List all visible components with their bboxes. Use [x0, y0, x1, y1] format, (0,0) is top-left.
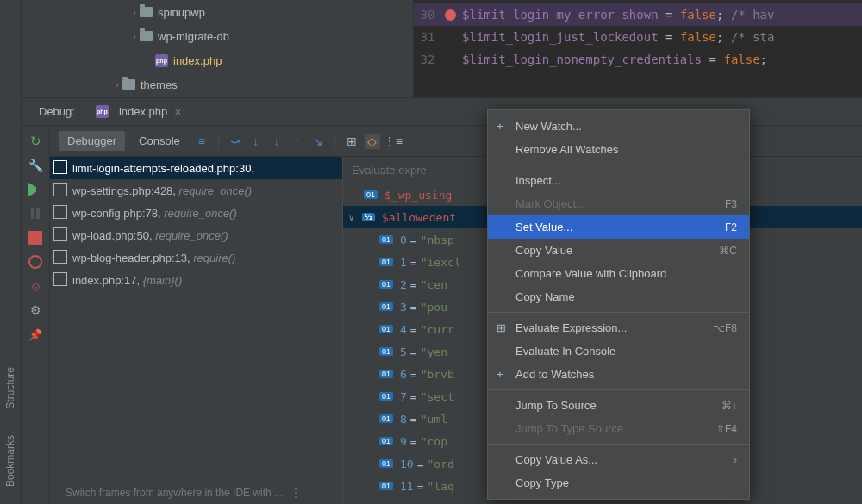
menu-item-label: Copy Type [515, 476, 569, 489]
debug-tab-filename: index.php [119, 105, 167, 118]
project-tree[interactable]: ›spinupwp›wp-migrate-dbphpindex.php›them… [22, 0, 414, 97]
debug-session-tab[interactable]: php index.php × [96, 105, 182, 119]
pin-icon[interactable]: 📌 [28, 327, 42, 341]
code-editor[interactable]: 30$limit_login_my_error_shown = false; /… [414, 0, 862, 97]
tool-tab-structure[interactable]: Structure [4, 367, 16, 409]
settings-icon[interactable]: ⚙ [28, 303, 42, 317]
var-value: "nbsp [421, 233, 454, 246]
threads-icon[interactable]: ≡ [194, 134, 209, 149]
stack-frame[interactable]: wp-load.php:50, require_once() [50, 224, 342, 246]
context-menu-item: Mark Object...F3 [488, 192, 749, 215]
editor-line[interactable]: 31$limit_login_just_lockedout = false; /… [414, 26, 862, 48]
step-into-icon[interactable]: ↓ [248, 134, 264, 149]
layout-icon[interactable]: ⋮≡ [385, 134, 401, 149]
rerun-icon[interactable]: ↻ [28, 134, 42, 148]
var-index: 2 [400, 278, 407, 291]
tree-item-label: themes [141, 78, 178, 91]
chevron-right-icon[interactable]: › [112, 80, 122, 90]
editor-line[interactable]: 30$limit_login_my_error_shown = false; /… [414, 3, 862, 26]
tree-item[interactable]: ›spinupwp [22, 0, 413, 24]
context-menu-item[interactable]: Compare Value with Clipboard [488, 262, 749, 285]
context-menu-item[interactable]: Copy Value⌘C [488, 239, 749, 262]
var-index: 9 [400, 435, 407, 448]
menu-separator [488, 444, 749, 445]
var-type-badge: 01 [379, 482, 393, 490]
tab-console[interactable]: Console [130, 131, 189, 151]
chevron-right-icon[interactable]: › [129, 8, 140, 17]
line-number[interactable]: 30 [414, 8, 441, 22]
menu-item-label: Add to Watches [515, 368, 594, 381]
run-to-cursor-icon[interactable]: ↘ [310, 134, 326, 149]
menu-item-label: Copy Value [515, 244, 572, 257]
context-menu-item[interactable]: Set Value...F2 [488, 215, 749, 239]
context-menu-item[interactable]: Jump To Source⌘↓ [488, 394, 749, 417]
context-menu-item[interactable]: +New Watch... [488, 115, 749, 138]
menu-item-label: Copy Value As... [515, 453, 597, 466]
menu-item-shortcut: ⌘C [719, 245, 737, 257]
tool-tab-bookmarks[interactable]: Bookmarks [4, 435, 16, 487]
line-number[interactable]: 32 [414, 53, 441, 66]
tree-item[interactable]: phpindex.php [22, 48, 413, 72]
tree-item[interactable]: ›wp-migrate-db [22, 24, 413, 48]
resume-icon[interactable] [28, 183, 42, 196]
context-menu-item[interactable]: Remove All Watches [488, 138, 749, 161]
stack-frame[interactable]: wp-blog-header.php:13, require() [50, 246, 342, 269]
context-menu-item[interactable]: Inspect... [488, 169, 749, 192]
breakpoint-icon[interactable] [445, 9, 456, 21]
context-menu-item[interactable]: Copy Name [488, 285, 749, 308]
context-menu-item[interactable]: +Add to Watches [488, 363, 749, 386]
var-index: 6 [400, 368, 407, 381]
tree-item-label: wp-migrate-db [158, 30, 229, 43]
var-value: "sect [421, 390, 454, 403]
var-index: 0 [400, 233, 407, 246]
var-type-badge: 01 [379, 370, 393, 378]
var-type-badge: 01 [379, 302, 393, 311]
context-menu-item[interactable]: Evaluate In Console [488, 339, 749, 363]
stack-frame[interactable]: wp-config.php:78, require_once() [50, 202, 342, 224]
menu-item-shortcut: F2 [725, 221, 737, 233]
mute-breakpoints-icon[interactable]: ⦸ [28, 279, 42, 293]
tree-item[interactable]: ›themes [22, 72, 413, 96]
step-out-icon[interactable]: ↑ [290, 134, 305, 149]
step-over-icon[interactable]: ⤻ [228, 134, 243, 149]
var-index: 11 [400, 480, 414, 493]
evaluate-icon[interactable]: ⊞ [344, 134, 359, 149]
line-number[interactable]: 31 [414, 30, 441, 44]
menu-item-label: Mark Object... [515, 197, 585, 210]
close-icon[interactable]: × [174, 105, 181, 119]
menu-item-label: Inspect... [515, 174, 561, 187]
tab-debugger[interactable]: Debugger [59, 131, 125, 151]
wrench-icon[interactable]: 🔧 [28, 159, 42, 172]
frames-list[interactable]: limit-login-attempts-reloaded.php:30,wp-… [50, 157, 343, 504]
stack-frame-icon [55, 184, 67, 196]
breakpoint-gutter[interactable] [441, 8, 462, 22]
frame-text: limit-login-attempts-reloaded.php:30, [72, 162, 254, 175]
editor-line[interactable]: 32$limit_login_nonempty_credentials = fa… [414, 48, 862, 71]
folder-icon [140, 7, 153, 17]
menu-separator [488, 165, 749, 165]
stack-frame[interactable]: wp-settings.php:428, require_once() [50, 179, 342, 202]
debug-run-toolbar: ↻ 🔧 ⦸ ⚙ 📌 [22, 126, 49, 504]
stack-frame[interactable]: index.php:17, {main}() [50, 269, 342, 291]
pause-icon[interactable] [28, 207, 42, 221]
stack-frame[interactable]: limit-login-attempts-reloaded.php:30, [50, 157, 342, 179]
stop-icon[interactable] [28, 231, 42, 245]
var-index: 8 [400, 413, 407, 426]
var-type-badge: 01 [379, 459, 393, 468]
menu-item-label: Copy Name [515, 290, 575, 303]
chevron-right-icon[interactable]: › [129, 32, 140, 41]
stack-frame-icon [55, 274, 67, 286]
menu-item-label: Evaluate In Console [515, 345, 615, 358]
var-index: 3 [400, 301, 407, 314]
var-type-badge: 01 [379, 437, 393, 445]
view-breakpoints-icon[interactable] [28, 255, 42, 269]
var-type-badge: 01 [379, 392, 393, 401]
var-type-badge: ⅓ [362, 213, 375, 221]
menu-item-shortcut: ⇧F4 [716, 423, 737, 435]
expand-icon[interactable]: ∨ [348, 213, 359, 222]
context-menu-item[interactable]: Copy Type [488, 471, 749, 495]
force-step-into-icon[interactable]: ↓ [269, 134, 284, 149]
context-menu-item[interactable]: ⊞Evaluate Expression...⌥F8 [488, 316, 749, 339]
trace-icon[interactable]: ◇ [365, 134, 380, 149]
context-menu-item[interactable]: Copy Value As...› [488, 448, 749, 471]
